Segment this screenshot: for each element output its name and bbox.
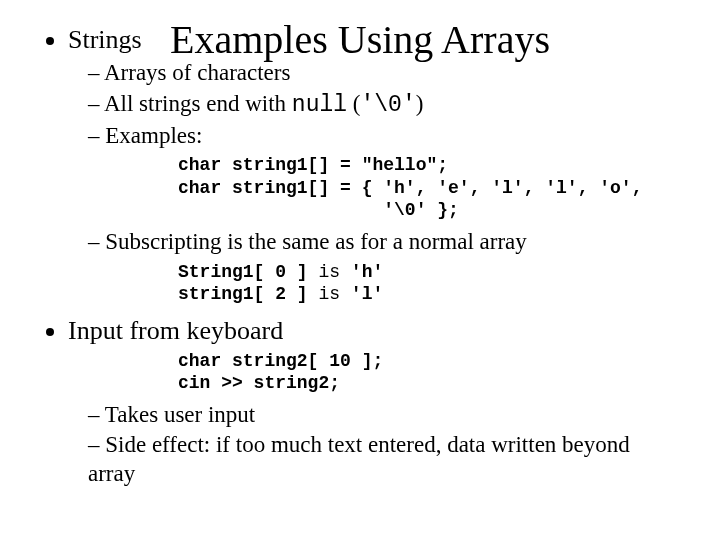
bullet-strings-label: Strings [68, 25, 142, 54]
bullet-strings: Strings Arrays of characters All strings… [68, 25, 680, 306]
code-null: null [292, 92, 347, 118]
slide: Examples Using Arrays Strings Arrays of … [0, 0, 720, 540]
sub-subscripting: Subscripting is the same as for a normal… [88, 228, 680, 257]
sub-arrays-of-chars: Arrays of characters [88, 59, 680, 88]
code-nullchar: '\0' [360, 92, 415, 118]
sub-list-input: Takes user input Side effect: if too muc… [68, 401, 680, 489]
code-block-init: char string1[] = "hello"; char string1[]… [178, 154, 680, 222]
bullet-list: Strings Arrays of characters All strings… [40, 25, 680, 489]
sub-list-strings: Arrays of characters All strings end wit… [68, 59, 680, 150]
bullet-input-label: Input from keyboard [68, 316, 283, 345]
sub-side-effect: Side effect: if too much text entered, d… [88, 431, 680, 489]
sub-null-terminator: All strings end with null ('\0') [88, 90, 680, 120]
code-block-input: char string2[ 10 ]; cin >> string2; [178, 350, 680, 395]
sub-examples: Examples: [88, 122, 680, 151]
bullet-input: Input from keyboard char string2[ 10 ]; … [68, 316, 680, 489]
sub-list-subscript: Subscripting is the same as for a normal… [68, 228, 680, 257]
code-block-subscript: String1[ 0 ] is 'h' string1[ 2 ] is 'l' [178, 261, 680, 306]
sub-takes-input: Takes user input [88, 401, 680, 430]
